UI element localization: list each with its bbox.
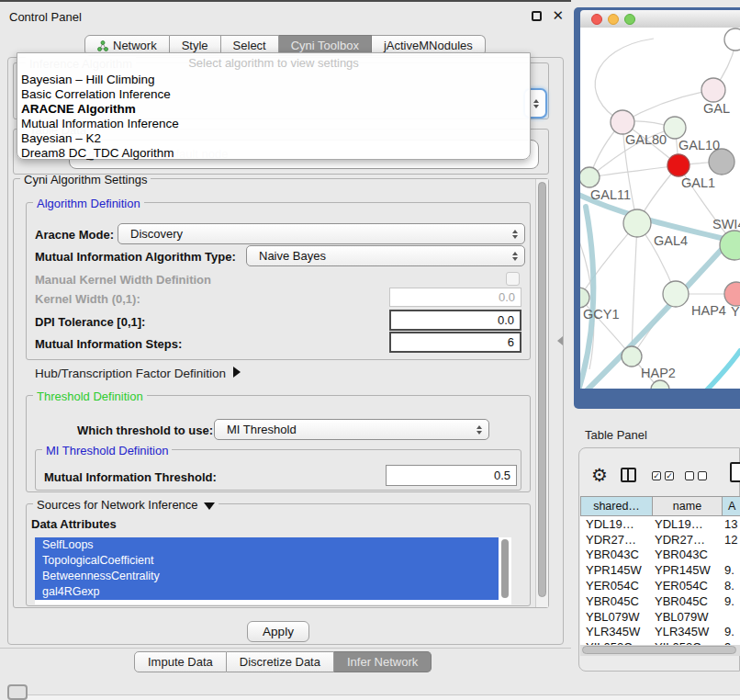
cell-shared-name: YER054C (580, 579, 652, 593)
tab-infer-network[interactable]: Infer Network (334, 651, 432, 672)
stepper-arrows-icon (512, 252, 518, 261)
cell-value: 9. (722, 625, 740, 638)
control-panel-window: Control Panel ✕ Network Style Select (0, 0, 571, 677)
table-scrollbar-thumb[interactable] (582, 646, 736, 654)
dpi-tolerance-label: DPI Tolerance [0,1]: (35, 315, 145, 329)
float-window-icon[interactable] (532, 11, 542, 21)
node-swi4[interactable] (720, 231, 740, 260)
checkbox-unchecked-icon (685, 471, 694, 480)
dropdown-item-mutual-information[interactable]: Mutual Information Inference (17, 117, 530, 131)
network-graph: GAL GAL80 GAL10 GAL1 GAL11 SWI4 GAL4 GCY… (580, 28, 740, 389)
show-checked-columns-icon[interactable]: ✓ ✓ (652, 471, 674, 480)
node-gcy1[interactable] (580, 288, 589, 308)
cell-shared-name: YDR27… (580, 533, 652, 547)
attributes-scrollbar-thumb[interactable] (501, 539, 509, 598)
column-header-partial[interactable]: A (722, 496, 740, 516)
checkbox-checked-icon: ✓ (665, 471, 674, 480)
export-table-icon[interactable] (730, 462, 740, 482)
aracne-mode-select[interactable]: Discovery (118, 223, 525, 244)
table-row[interactable]: YDL19… YDL19… 13 (580, 516, 740, 532)
settings-scrollbar[interactable] (535, 179, 548, 607)
kernel-width-label: Kernel Width (0,1): (35, 292, 140, 306)
list-item-selfloops[interactable]: SelfLoops (35, 537, 499, 553)
node-label: HAP4 (691, 303, 726, 318)
panel-splitter-handle[interactable] (557, 336, 563, 345)
node-gray[interactable] (709, 149, 734, 175)
which-threshold-select[interactable]: MI Threshold (214, 419, 489, 440)
list-item-gal4rgexp[interactable]: gal4RGexp (35, 584, 499, 600)
mi-algorithm-type-select[interactable]: Naive Bayes (246, 245, 525, 266)
column-header-shared[interactable]: shared… (580, 496, 653, 516)
node-label: GAL4 (654, 233, 688, 248)
algorithm-definition-title: Algorithm Definition (33, 197, 144, 210)
close-icon[interactable]: ✕ (552, 7, 564, 24)
cell-value: 8. (722, 579, 740, 593)
network-canvas[interactable]: GAL GAL80 GAL10 GAL1 GAL11 SWI4 GAL4 GCY… (580, 28, 740, 389)
tab-discretize-data[interactable]: Discretize Data (227, 651, 334, 672)
table-row[interactable]: YBR045C YBR045C 9. (580, 593, 740, 609)
dropdown-item-bayesian-k2[interactable]: Bayesian – K2 (17, 131, 530, 146)
node-label: GAL10 (678, 138, 720, 152)
apply-button[interactable]: Apply (247, 621, 309, 642)
cell-value: 13 (722, 517, 740, 531)
dpi-tolerance-input[interactable]: 0.0 (389, 310, 521, 331)
collapse-down-icon (204, 502, 215, 510)
kernel-width-input[interactable]: 0.0 (389, 288, 521, 307)
dropdown-item-bayesian-hill[interactable]: Bayesian – Hill Climbing (17, 73, 530, 87)
table-horizontal-scrollbar[interactable] (580, 645, 740, 656)
table-row[interactable]: YBL079W YBL079W (580, 609, 740, 625)
select-value: Naive Bayes (259, 249, 326, 263)
settings-scrollbar-thumb[interactable] (538, 182, 546, 597)
node-label: Y (731, 304, 740, 319)
column-header-name[interactable]: name (652, 496, 723, 516)
close-traffic-light-icon[interactable] (591, 14, 602, 25)
node-gal2[interactable] (701, 78, 725, 102)
threshold-definition-title: Threshold Definition (33, 390, 147, 403)
node-table: YDL19… YDL19… 13 YDR27… YDR27… 12 YBR043… (580, 516, 740, 646)
stepper-arrows-icon (533, 99, 539, 108)
node-gal4[interactable] (623, 209, 651, 237)
node[interactable] (724, 28, 740, 51)
select-value: MI Threshold (227, 423, 297, 436)
node-y[interactable] (724, 282, 740, 306)
node-gal11[interactable] (580, 167, 600, 187)
list-item-topologicalcoefficient[interactable]: TopologicalCoefficient (35, 553, 499, 569)
mi-steps-input[interactable]: 6 (389, 332, 521, 353)
cell-value: 9. (722, 594, 740, 608)
network-nodes (580, 28, 740, 389)
dropdown-item-basic-correlation[interactable]: Basic Correlation Inference (17, 87, 530, 102)
mi-threshold-input[interactable]: 0.5 (386, 465, 517, 486)
manual-kernel-width-checkbox[interactable] (506, 272, 520, 286)
split-columns-icon[interactable] (621, 468, 636, 482)
node-gal10[interactable] (664, 117, 686, 139)
hide-unchecked-columns-icon[interactable] (685, 471, 707, 480)
node-label: GAL (703, 101, 730, 116)
collapsed-panel-button[interactable] (7, 684, 28, 700)
tab-label: Style (182, 39, 208, 52)
node-hap2[interactable] (622, 346, 642, 367)
table-row[interactable]: YLR345W YLR345W 9. (580, 625, 740, 640)
tab-impute-data[interactable]: Impute Data (134, 651, 227, 672)
node-gal80[interactable] (611, 110, 634, 134)
table-row[interactable]: YDR27… YDR27… 12 (580, 532, 740, 548)
minimize-traffic-light-icon[interactable] (608, 14, 619, 25)
dropdown-item-dream8[interactable]: Dream8 DC_TDC Algorithm (17, 146, 530, 161)
zoom-traffic-light-icon[interactable] (624, 14, 635, 25)
hub-definition-expander[interactable]: Hub/Transcription Factor Definition (35, 367, 241, 380)
mi-steps-label: Mutual Information Steps: (35, 337, 182, 351)
table-row[interactable]: YER054C YER054C 8. (580, 578, 740, 593)
sources-title[interactable]: Sources for Network Inference (33, 498, 219, 512)
gear-icon[interactable]: ⚙ (591, 464, 608, 486)
control-panel-title: Control Panel (9, 10, 82, 24)
cell-shared-name: YBL079W (580, 610, 652, 624)
table-row[interactable]: YPR145W YPR145W 9. (580, 562, 740, 578)
cell-shared-name: YLR345W (580, 625, 652, 638)
table-row[interactable]: YBR043C YBR043C (580, 548, 740, 563)
network-window-titlebar[interactable] (580, 10, 740, 29)
dropdown-item-aracne[interactable]: ARACNE Algorithm (17, 102, 530, 117)
tab-label: jActiveMNodules (384, 39, 473, 52)
list-item-betweennesscentrality[interactable]: BetweennessCentrality (35, 569, 499, 584)
cell-name: YBR043C (652, 548, 722, 561)
node-hap4[interactable] (663, 281, 689, 307)
node-gal1[interactable] (667, 154, 690, 176)
